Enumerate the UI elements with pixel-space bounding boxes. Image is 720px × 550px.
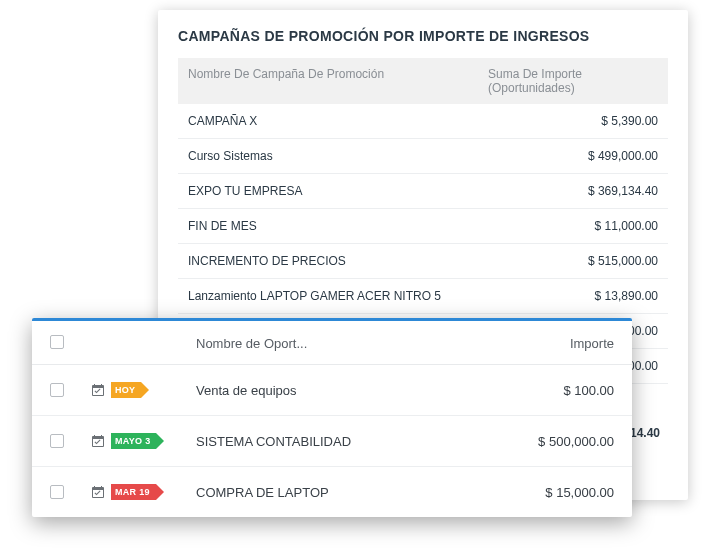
row-checkbox[interactable] [50,485,64,499]
table-header: Nombre De Campaña De Promoción Suma De I… [178,58,668,104]
opportunity-name: COMPRA DE LAPTOP [196,485,494,500]
table-row[interactable]: FIN DE MES$ 11,000.00 [178,209,668,244]
opportunity-amount: $ 500,000.00 [494,434,614,449]
row-checkbox[interactable] [50,434,64,448]
campaign-amount: $ 499,000.00 [528,149,658,163]
campaign-amount: $ 5,390.00 [528,114,658,128]
campaign-name: EXPO TU EMPRESA [188,184,528,198]
select-all-checkbox[interactable] [50,335,64,349]
panel-title: CAMPAÑAS DE PROMOCIÓN POR IMPORTE DE ING… [178,28,668,44]
campaign-name: INCREMENTO DE PRECIOS [188,254,528,268]
calendar-check-icon [90,434,105,449]
table-row[interactable]: Curso Sistemas$ 499,000.00 [178,139,668,174]
list-item[interactable]: HOYVenta de equipos$ 100.00 [32,365,632,416]
campaign-amount: $ 515,000.00 [528,254,658,268]
list-item[interactable]: MAR 19COMPRA DE LAPTOP$ 15,000.00 [32,467,632,517]
opportunity-name: SISTEMA CONTABILIDAD [196,434,494,449]
header-name: Nombre De Campaña De Promoción [188,67,448,95]
campaign-amount: $ 369,134.40 [528,184,658,198]
list-item[interactable]: MAYO 3SISTEMA CONTABILIDAD$ 500,000.00 [32,416,632,467]
campaign-amount: $ 11,000.00 [528,219,658,233]
opportunity-amount: $ 15,000.00 [494,485,614,500]
header-amount: Suma De Importe (Oportunidades) [448,67,658,95]
date-badge: HOY [111,382,141,398]
header-importe: Importe [494,336,614,351]
table-row[interactable]: INCREMENTO DE PRECIOS$ 515,000.00 [178,244,668,279]
table-row[interactable]: EXPO TU EMPRESA$ 369,134.40 [178,174,668,209]
campaign-name: Curso Sistemas [188,149,528,163]
opportunity-amount: $ 100.00 [494,383,614,398]
campaign-amount: $ 13,890.00 [528,289,658,303]
date-badge: MAR 19 [111,484,156,500]
header-opportunity-name: Nombre de Oport... [196,336,494,351]
calendar-check-icon [90,485,105,500]
table-row[interactable]: CAMPAÑA X$ 5,390.00 [178,104,668,139]
campaign-name: CAMPAÑA X [188,114,528,128]
calendar-check-icon [90,383,105,398]
date-badge: MAYO 3 [111,433,156,449]
table-row[interactable]: Lanzamiento LAPTOP GAMER ACER NITRO 5$ 1… [178,279,668,314]
opportunity-name: Venta de equipos [196,383,494,398]
campaign-name: Lanzamiento LAPTOP GAMER ACER NITRO 5 [188,289,528,303]
row-checkbox[interactable] [50,383,64,397]
opportunities-rows: HOYVenta de equipos$ 100.00MAYO 3SISTEMA… [32,365,632,517]
opportunities-header: Nombre de Oport... Importe [32,321,632,365]
campaign-name: FIN DE MES [188,219,528,233]
opportunities-panel: Nombre de Oport... Importe HOYVenta de e… [32,318,632,517]
